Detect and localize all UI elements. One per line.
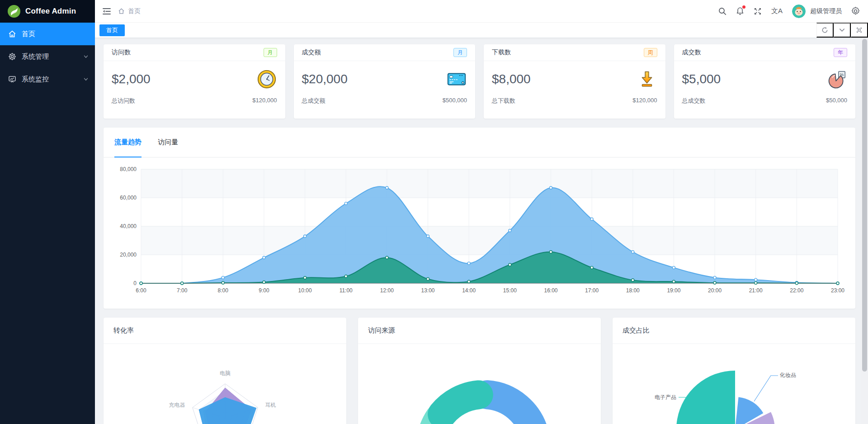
notifications-button[interactable] [736,7,744,15]
stat-cards-row: 访问数 月 $2,000 总访问数 $120,000 成交额 月 $20,000… [104,44,855,119]
stat-footer-label: 总访问数 [112,97,135,105]
period-badge: 周 [644,48,657,57]
user-name[interactable]: 超级管理员 [810,7,842,15]
refresh-button[interactable] [816,23,834,38]
svg-text:16:00: 16:00 [544,287,557,294]
stat-card-footer: 总下载数 $120,000 [484,92,665,110]
sidebar-item-system-monitor[interactable]: 系统监控 [0,68,95,91]
clock-icon [256,69,277,90]
chevron-down-icon [83,76,89,82]
sidebar-menu: 首页系统管理系统监控 [0,23,95,91]
stat-card-visits: 访问数 月 $2,000 总访问数 $120,000 [104,44,285,119]
stat-card-body: $5,000 % [674,61,856,92]
stat-value: $20,000 [302,72,348,86]
sidebar-item-home[interactable]: 首页 [0,23,95,45]
search-button[interactable] [718,7,726,15]
stat-card-header: 访问数 月 [104,44,285,61]
avatar-image [792,5,806,18]
stat-card-title: 下载数 [492,48,511,57]
page-content: 访问数 月 $2,000 总访问数 $120,000 成交额 月 $20,000… [95,38,868,424]
logo-title: Coffee Admin [25,7,76,16]
svg-text:9:00: 9:00 [259,287,269,294]
stat-card-body: $2,000 [104,61,285,92]
search-icon [718,7,726,15]
stat-card-header: 成交额 月 [294,44,476,61]
bottom-cards-row: 转化率 电脑耳机充电器 访问来源 成交占比 电子产品化妆品 [104,318,855,424]
monitor-icon [8,75,16,83]
svg-text:15:00: 15:00 [503,287,517,294]
svg-text:20:00: 20:00 [708,287,722,294]
svg-text:电脑: 电脑 [220,370,231,376]
stat-card-body: $20,000 [294,61,476,92]
sidebar-item-system-admin[interactable]: 系统管理 [0,45,95,68]
tags-view-bar: 首页 [95,23,868,38]
card-title: 访问来源 [358,318,601,344]
period-badge: 月 [264,48,277,57]
card-title: 成交占比 [613,318,855,344]
stat-card-downloads: 下载数 周 $8,000 总下载数 $120,000 [484,44,665,119]
svg-text:19:00: 19:00 [667,287,680,294]
period-badge: 年 [834,48,847,57]
stat-card-title: 访问数 [112,48,131,57]
stat-card-header: 成交数 年 [674,44,856,61]
traffic-trend-card: 流量趋势 访问量 80,00060,00040,00020,00006:007:… [104,128,855,309]
navbar-right: 文A 超级管理员 [718,5,860,18]
stat-card-title: 成交数 [682,48,701,57]
deal-share-pie-chart: 电子产品化妆品 [613,344,855,424]
logo[interactable]: Coffee Admin [0,0,95,23]
maximize-icon [856,27,863,33]
main-area: 首页 文A 超级管理员 [95,0,868,424]
tab-traffic-trend[interactable]: 流量趋势 [114,128,142,157]
vertical-scrollbar[interactable] [861,38,868,424]
stat-card-title: 成交额 [302,48,321,57]
svg-text:8:00: 8:00 [218,287,229,294]
stat-value: $8,000 [492,72,531,86]
translate-button[interactable]: 文A [771,7,783,15]
card-title: 转化率 [104,318,346,344]
svg-text:6:00: 6:00 [136,287,146,294]
fullscreen-icon [754,7,762,15]
fold-icon [102,7,111,16]
app-window: Coffee Admin 首页系统管理系统监控 首页 [0,0,868,424]
svg-text:化妆品: 化妆品 [779,372,796,378]
chevron-down-icon [839,27,845,33]
breadcrumb-home-icon [118,8,125,14]
fullscreen-button[interactable] [754,7,762,15]
refresh-icon [821,27,828,33]
chevron-down-icon [83,54,89,59]
settings-button[interactable] [851,7,860,15]
sidebar: Coffee Admin 首页系统管理系统监控 [0,0,95,424]
stat-footer-label: 总下载数 [492,97,515,105]
tab-visit-volume[interactable]: 访问量 [158,128,178,157]
stat-footer-label: 总成交数 [682,97,706,105]
stat-value: $2,000 [112,72,151,86]
sidebar-fold-button[interactable] [102,7,111,16]
svg-text:14:00: 14:00 [462,287,476,294]
tab-controls [816,23,868,38]
breadcrumb-label: 首页 [128,7,141,15]
svg-text:12:00: 12:00 [380,287,394,294]
visit-source-donut-chart [358,344,601,424]
maximize-button[interactable] [851,23,868,38]
svg-text:40,000: 40,000 [120,223,137,229]
avatar[interactable] [792,5,806,18]
stat-card-footer: 总访问数 $120,000 [104,92,285,110]
svg-text:0: 0 [133,280,137,286]
credit-card-icon [446,69,467,90]
sidebar-item-label: 系统监控 [22,75,83,84]
svg-text:耳机: 耳机 [265,402,276,408]
breadcrumb[interactable]: 首页 [118,7,141,15]
period-badge: 月 [453,48,467,57]
svg-text:11:00: 11:00 [340,287,353,294]
notification-badge-dot [742,5,745,9]
stat-footer-value: $120,000 [632,97,657,105]
svg-text:电子产品: 电子产品 [655,394,676,400]
svg-text:21:00: 21:00 [749,287,763,294]
download-icon [637,69,657,90]
tab-home[interactable]: 首页 [99,24,125,36]
scrollbar-thumb[interactable] [862,39,867,372]
home-icon [8,30,16,38]
deal-share-card: 成交占比 电子产品化妆品 [613,318,855,424]
stat-footer-value: $50,000 [826,97,847,105]
tab-options-button[interactable] [834,23,851,38]
